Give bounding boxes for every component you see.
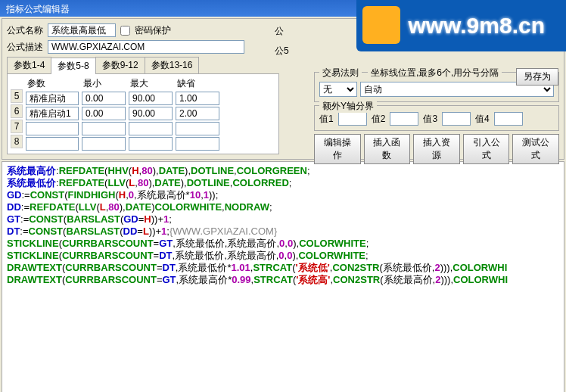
code-line[interactable]: DRAWTEXT(CURRBARSCOUNT=GT,系统最高价*0.99,STR… xyxy=(7,274,559,286)
param-tab-3[interactable]: 参数13-16 xyxy=(145,57,200,73)
action-button-4[interactable]: 测试公式 xyxy=(512,134,559,164)
axis-value-label: 值4 xyxy=(475,113,490,126)
param-min-input[interactable] xyxy=(82,107,126,120)
password-protect-checkbox[interactable] xyxy=(120,26,130,36)
extra-axis-fieldset: 额外Y轴分界 值1值2值3值4 xyxy=(314,105,559,131)
param-min-input[interactable] xyxy=(82,137,126,151)
extra-axis-legend: 额外Y轴分界 xyxy=(319,100,377,113)
param-header: 参数 xyxy=(26,77,79,90)
param-def-input[interactable] xyxy=(176,122,219,135)
action-button-1[interactable]: 插入函数 xyxy=(364,134,411,164)
formula-name-input[interactable] xyxy=(48,23,116,37)
trade-rule-select-1[interactable]: 无 xyxy=(319,82,357,97)
param-row-index: 6 xyxy=(11,104,23,118)
formula-code-editor[interactable]: 系统最高价:REFDATE(HHV(H,80),DATE),DOTLINE,CO… xyxy=(2,161,564,392)
code-line[interactable]: 系统最高价:REFDATE(HHV(H,80),DATE),DOTLINE,CO… xyxy=(7,165,559,177)
password-protect-label: 密码保护 xyxy=(135,24,171,37)
param-name-input[interactable] xyxy=(26,137,79,151)
param-header: 最小 xyxy=(82,77,126,90)
action-button-3[interactable]: 引入公式 xyxy=(463,134,510,164)
code-line[interactable]: STICKLINE(CURRBARSCOUNT=GT,系统最低价,系统最高价,0… xyxy=(7,238,559,250)
trade-rule-legend: 交易法则 xyxy=(319,67,362,79)
code-line[interactable]: 系统最低价:REFDATE(LLV(L,80),DATE),DOTLINE,CO… xyxy=(7,177,559,189)
watermark-text: www.9m8.cn xyxy=(408,13,545,39)
param-max-input[interactable] xyxy=(129,137,173,151)
param-header: 缺省 xyxy=(176,77,219,90)
param-row-index: 5 xyxy=(11,89,23,103)
param-max-input[interactable] xyxy=(129,107,173,120)
code-line[interactable]: DT:=CONST(BARSLAST(DD=L))+1;{WWW.GPXIAZA… xyxy=(7,226,559,238)
axis-value-input-2[interactable] xyxy=(390,112,418,126)
param-tab-0[interactable]: 参数1-4 xyxy=(7,57,51,73)
code-line[interactable]: GD:=CONST(FINDHIGH(H,0,系统最高价*10,1)); xyxy=(7,189,559,201)
formula-desc-input[interactable] xyxy=(48,40,244,54)
axis-value-label: 值3 xyxy=(423,113,437,126)
param-min-input[interactable] xyxy=(82,122,126,135)
param-tab-1[interactable]: 参数5-8 xyxy=(51,58,95,74)
watermark-banner: www.9m8.cn xyxy=(356,0,566,51)
axis-value-input-4[interactable] xyxy=(494,112,523,126)
formula-desc-label: 公式描述 xyxy=(7,41,43,54)
trade-rule-fieldset: 交易法则 坐标线位置,最多6个,用分号分隔 另存为 无 自动 xyxy=(314,72,559,102)
param-tab-2[interactable]: 参数9-12 xyxy=(95,57,145,73)
param-name-input[interactable] xyxy=(26,92,79,105)
param-header: 最大 xyxy=(129,77,173,90)
param-def-input[interactable] xyxy=(176,107,219,120)
coord-note: 坐标线位置,最多6个,用分号分隔 xyxy=(368,67,502,79)
partial-label-2: 公5 xyxy=(275,45,289,58)
param-def-input[interactable] xyxy=(176,137,219,151)
param-row-index: 7 xyxy=(11,120,23,133)
code-line[interactable]: GT:=CONST(BARSLAST(GD=H))+1; xyxy=(7,213,559,226)
window-title: 指标公式编辑器 xyxy=(6,4,70,14)
axis-value-input-3[interactable] xyxy=(442,112,471,126)
param-tabs: 参数1-4参数5-8参数9-12参数13-16 xyxy=(7,57,279,73)
param-row-index: 8 xyxy=(11,135,23,148)
code-line[interactable]: STICKLINE(CURRBARSCOUNT=DT,系统最低价,系统最高价,0… xyxy=(7,250,559,262)
code-line[interactable]: DRAWTEXT(CURRBARSCOUNT=DT,系统最低价*1.01,STR… xyxy=(7,262,559,274)
formula-name-label: 公式名称 xyxy=(7,24,43,37)
code-line[interactable]: DD:=REFDATE(LLV(L,80),DATE)COLORWHITE,NO… xyxy=(7,201,559,213)
axis-value-label: 值1 xyxy=(319,113,334,126)
param-def-input[interactable] xyxy=(176,92,219,105)
save-as-button[interactable]: 另存为 xyxy=(516,68,558,86)
param-name-input[interactable] xyxy=(26,122,79,135)
axis-value-label: 值2 xyxy=(372,113,386,126)
param-table: 5678参数最小最大缺省 xyxy=(7,73,279,154)
action-button-0[interactable]: 编辑操作 xyxy=(314,134,361,164)
partial-label-1: 公 xyxy=(275,25,284,38)
param-max-input[interactable] xyxy=(129,92,173,105)
param-min-input[interactable] xyxy=(82,92,126,105)
action-button-2[interactable]: 插入资源 xyxy=(413,134,460,164)
param-max-input[interactable] xyxy=(129,122,173,135)
axis-value-input-1[interactable] xyxy=(338,112,367,126)
param-name-input[interactable] xyxy=(26,107,79,120)
